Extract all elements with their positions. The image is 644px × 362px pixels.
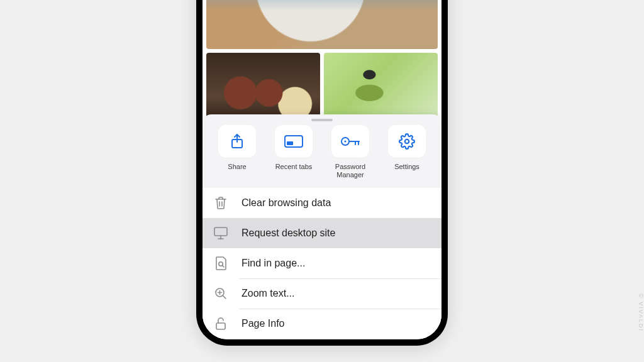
- share-tile: [218, 125, 256, 158]
- quick-action-recent-tabs[interactable]: Recent tabs: [268, 125, 319, 179]
- menu-list: Clear browsing data Request desktop site: [203, 188, 441, 339]
- share-icon: [230, 133, 245, 150]
- menu-item-request-desktop-site[interactable]: Request desktop site: [203, 218, 441, 248]
- quick-action-settings[interactable]: Settings: [381, 125, 433, 179]
- find-in-page-icon: [214, 256, 228, 270]
- menu-label: Clear browsing data: [242, 197, 331, 209]
- background-photo-grid: [203, 0, 441, 129]
- menu-item-clear-browsing-data[interactable]: Clear browsing data: [203, 188, 441, 218]
- password-label: Password Manager: [328, 163, 373, 179]
- menu-label: Zoom text...: [242, 288, 294, 299]
- quick-action-password-manager[interactable]: Password Manager: [325, 125, 376, 179]
- svg-point-4: [345, 141, 347, 143]
- zoom-in-icon: [214, 287, 228, 300]
- svg-point-5: [405, 140, 409, 144]
- menu-item-zoom-text[interactable]: Zoom text...: [203, 278, 441, 309]
- menu-item-find-in-page[interactable]: Find in page...: [203, 248, 441, 278]
- password-tile: [331, 125, 369, 158]
- svg-rect-9: [216, 323, 225, 329]
- bottom-sheet: Share Recent tabs: [203, 114, 441, 339]
- menu-item-page-info[interactable]: Page Info: [203, 309, 441, 339]
- sheet-grabber[interactable]: [311, 119, 333, 121]
- key-icon: [340, 136, 360, 147]
- menu-label: Request desktop site: [242, 228, 335, 239]
- quick-action-share[interactable]: Share: [211, 125, 263, 179]
- svg-rect-6: [214, 228, 227, 236]
- menu-label: Page Info: [242, 318, 285, 329]
- monitor-icon: [214, 226, 228, 240]
- gear-icon: [399, 133, 415, 150]
- settings-label: Settings: [394, 163, 419, 171]
- photo-large: [206, 0, 438, 49]
- watermark: © VIVALDI: [638, 293, 644, 332]
- share-label: Share: [228, 163, 246, 171]
- trash-icon: [214, 196, 228, 210]
- svg-rect-2: [287, 141, 293, 145]
- lock-open-icon: [214, 317, 228, 331]
- phone-frame: Share Recent tabs: [196, 0, 448, 346]
- menu-label: Find in page...: [242, 258, 305, 269]
- recent-tabs-icon: [284, 135, 303, 148]
- quick-actions-row: Share Recent tabs: [203, 125, 441, 188]
- recent-tabs-tile: [275, 125, 313, 158]
- recent-tabs-label: Recent tabs: [275, 163, 313, 171]
- settings-tile: [388, 125, 426, 158]
- phone-screen: Share Recent tabs: [203, 0, 441, 339]
